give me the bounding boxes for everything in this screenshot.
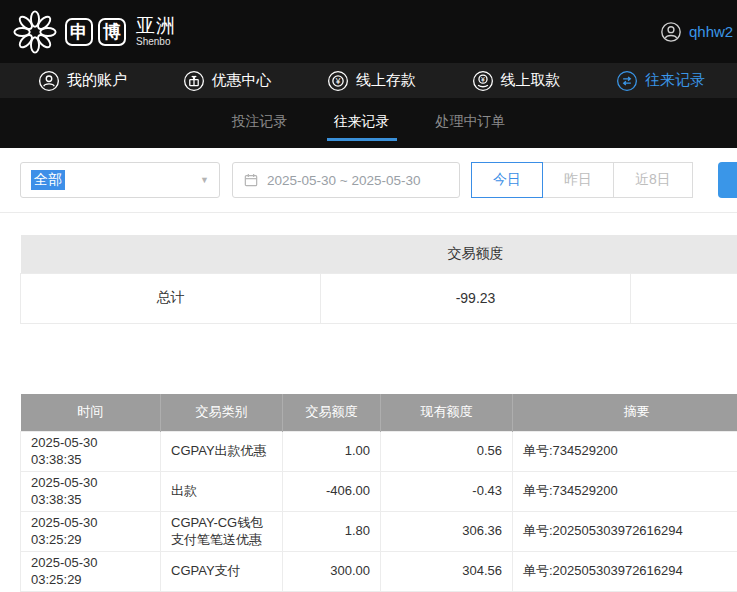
- table-row: 2025-05-30 03:25:29 CGPAY-CG钱包支付笔笔送优惠 1.…: [21, 512, 737, 552]
- nav-item-label: 线上取款: [501, 71, 561, 90]
- withdraw-icon: ¥: [472, 70, 494, 92]
- deposit-icon: ¥: [327, 70, 349, 92]
- cell-balance: 306.36: [381, 512, 513, 552]
- tab-transaction-records[interactable]: 往来记录: [331, 98, 393, 148]
- cell-amount: 1.80: [283, 512, 381, 552]
- brand-logo[interactable]: 申 博 亚洲 Shenbo: [12, 9, 176, 55]
- nav-item-label: 我的账户: [67, 71, 127, 90]
- username: qhhw2: [689, 23, 733, 40]
- brand-region: 亚洲: [136, 16, 176, 37]
- nav-item-promotions[interactable]: 优惠中心: [183, 70, 272, 92]
- selected-option: 全部: [31, 170, 65, 190]
- today-button[interactable]: 今日: [471, 162, 543, 198]
- summary-header-row: 交易额度: [21, 235, 737, 273]
- nav-item-label: 优惠中心: [212, 71, 272, 90]
- cell-summary: 单号:202505303972616294: [513, 512, 737, 552]
- summary-table: 交易额度 总计 -99.23: [20, 235, 737, 324]
- query-button[interactable]: [718, 162, 737, 198]
- top-header: 申 博 亚洲 Shenbo qhhw2: [0, 0, 737, 63]
- cell-amount: 1.00: [283, 432, 381, 472]
- nav-item-withdraw[interactable]: ¥ 线上取款: [472, 70, 561, 92]
- cell-summary: 单号:734529200: [513, 432, 737, 472]
- filter-section: 全部 ▼ 2025-05-30 ~ 2025-05-30 今日 昨日 近8日: [0, 148, 737, 213]
- sub-nav: 投注记录 往来记录 处理中订单: [0, 98, 737, 148]
- svg-text:¥: ¥: [481, 75, 485, 82]
- col-balance: 现有额度: [381, 394, 513, 432]
- account-icon: [38, 70, 60, 92]
- records-icon: [616, 70, 638, 92]
- cell-time: 2025-05-30 03:25:29: [21, 512, 161, 552]
- summary-header-amount: 交易额度: [321, 235, 631, 273]
- col-time: 时间: [21, 394, 161, 432]
- nav-item-label: 往来记录: [645, 71, 705, 90]
- cell-time: 2025-05-30 03:25:29: [21, 552, 161, 592]
- cell-type: CGPAY出款优惠: [161, 432, 283, 472]
- nav-item-label: 线上存款: [356, 71, 416, 90]
- nav-item-my-account[interactable]: 我的账户: [38, 70, 127, 92]
- cell-amount: 300.00: [283, 552, 381, 592]
- brand-text: 亚洲 Shenbo: [136, 16, 176, 48]
- date-range-value: 2025-05-30 ~ 2025-05-30: [267, 173, 421, 188]
- calendar-icon: [243, 172, 259, 188]
- quick-date-buttons: 今日 昨日 近8日: [472, 162, 693, 198]
- cell-type: 出款: [161, 472, 283, 512]
- svg-text:¥: ¥: [335, 76, 341, 85]
- col-amount: 交易额度: [283, 394, 381, 432]
- brand-char-bo: 博: [98, 18, 126, 46]
- promo-icon: [183, 70, 205, 92]
- cell-balance: 0.56: [381, 432, 513, 472]
- cell-type: CGPAY-CG钱包支付笔笔送优惠: [161, 512, 283, 552]
- flower-logo-icon: [12, 9, 58, 55]
- date-range-input[interactable]: 2025-05-30 ~ 2025-05-30: [232, 162, 460, 198]
- category-select[interactable]: 全部 ▼: [20, 162, 220, 198]
- cell-summary: 单号:202505303972616294: [513, 552, 737, 592]
- cell-balance: -0.43: [381, 472, 513, 512]
- tab-betting-records[interactable]: 投注记录: [229, 98, 291, 148]
- nav-item-deposit[interactable]: ¥ 线上存款: [327, 70, 416, 92]
- table-row: 2025-05-30 03:25:29 CGPAY支付 300.00 304.5…: [21, 552, 737, 592]
- cell-balance: 304.56: [381, 552, 513, 592]
- table-header-row: 时间 交易类别 交易额度 现有额度 摘要: [21, 394, 737, 432]
- brand-subtitle: Shenbo: [136, 36, 176, 47]
- page: 申 博 亚洲 Shenbo qhhw2: [0, 0, 737, 592]
- chevron-down-icon: ▼: [200, 175, 209, 185]
- cell-time: 2025-05-30 03:38:35: [21, 472, 161, 512]
- col-type: 交易类别: [161, 394, 283, 432]
- summary-row: 总计 -99.23: [21, 273, 737, 323]
- table-row: 2025-05-30 03:38:35 CGPAY出款优惠 1.00 0.56 …: [21, 432, 737, 472]
- user-account[interactable]: qhhw2: [660, 0, 733, 63]
- brand-characters: 申 博: [65, 18, 126, 46]
- summary-empty-cell: [631, 273, 737, 323]
- nav-item-records[interactable]: 往来记录: [616, 70, 705, 92]
- summary-header-blank: [21, 235, 321, 273]
- summary-total-amount: -99.23: [321, 273, 631, 323]
- table-row: 2025-05-30 03:38:35 出款 -406.00 -0.43 单号:…: [21, 472, 737, 512]
- yesterday-button[interactable]: 昨日: [542, 162, 614, 198]
- cell-summary: 单号:734529200: [513, 472, 737, 512]
- cell-type: CGPAY支付: [161, 552, 283, 592]
- cell-time: 2025-05-30 03:38:35: [21, 432, 161, 472]
- user-icon: [660, 21, 682, 43]
- transactions-table: 时间 交易类别 交易额度 现有额度 摘要 2025-05-30 03:38:35…: [20, 394, 737, 592]
- summary-header-blank: [631, 235, 737, 273]
- last-8-days-button[interactable]: 近8日: [613, 162, 693, 198]
- summary-total-label: 总计: [21, 273, 321, 323]
- brand-char-shen: 申: [65, 18, 93, 46]
- tab-processing-orders[interactable]: 处理中订单: [433, 98, 509, 148]
- col-summary: 摘要: [513, 394, 737, 432]
- cell-amount: -406.00: [283, 472, 381, 512]
- main-nav: 我的账户 优惠中心 ¥ 线上存款: [0, 63, 737, 98]
